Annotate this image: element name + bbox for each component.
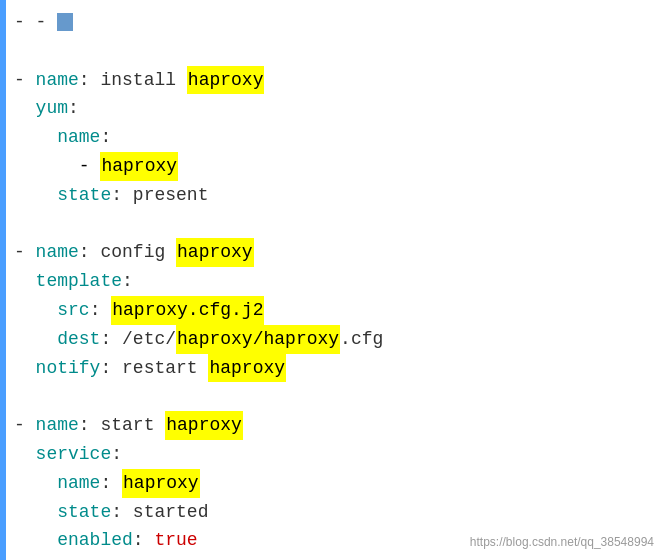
empty-line-1 bbox=[14, 37, 654, 66]
line-config-name: - name: config haproxy bbox=[14, 238, 654, 267]
line-yum-state: state: present bbox=[14, 181, 654, 210]
line-service-state: state: started bbox=[14, 498, 654, 527]
line-install-name: - name: install haproxy bbox=[14, 66, 654, 95]
line-yum-name: name: bbox=[14, 123, 654, 152]
line-service-name: name: haproxy bbox=[14, 469, 654, 498]
line-notify: notify: restart haproxy bbox=[14, 354, 654, 383]
line-src: src: haproxy.cfg.j2 bbox=[14, 296, 654, 325]
left-border bbox=[0, 0, 6, 560]
line-service: service: bbox=[14, 440, 654, 469]
line-template: template: bbox=[14, 267, 654, 296]
line-yum-name-value: - haproxy bbox=[14, 152, 654, 181]
watermark: https://blog.csdn.net/qq_38548994 bbox=[470, 533, 654, 552]
empty-line-2 bbox=[14, 210, 654, 239]
line-start-name: - name: start haproxy bbox=[14, 411, 654, 440]
empty-line-3 bbox=[14, 382, 654, 411]
code-content: - - - name: install haproxy yum: name: -… bbox=[0, 8, 664, 555]
code-editor: - - - name: install haproxy yum: name: -… bbox=[0, 0, 664, 560]
header-block bbox=[57, 13, 73, 31]
line-dest: dest: /etc/haproxy/haproxy.cfg bbox=[14, 325, 654, 354]
line-header: - - bbox=[14, 8, 654, 37]
line-yum: yum: bbox=[14, 94, 654, 123]
